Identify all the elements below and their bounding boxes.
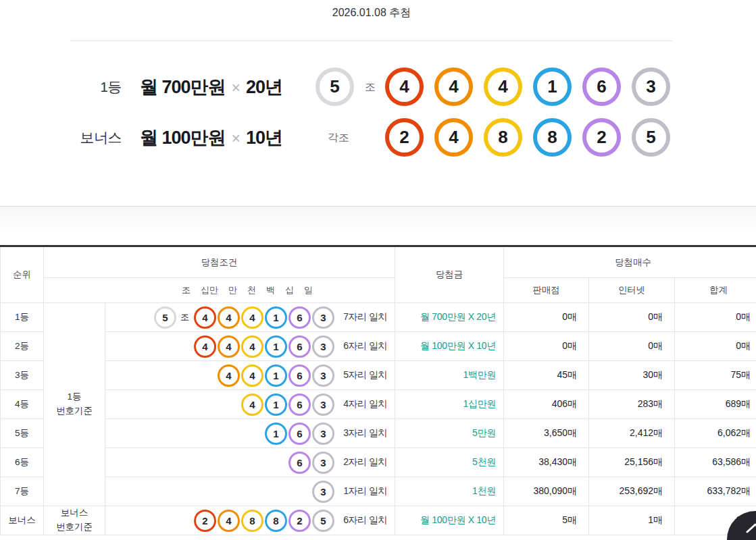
total-count-cell: 0매 [675,332,756,361]
number-ball: 8 [265,510,287,532]
number-ball: 6 [288,335,311,358]
store-count-cell: 5매 [504,506,589,535]
draw-date: 2026.01.08 추첨 [332,6,411,20]
match-count-label: 7자리 일치 [341,311,387,323]
number-ball: 4 [218,306,240,329]
number-ball: 5 [312,510,334,532]
number-ball: 4 [218,364,240,387]
multiply-symbol: × [232,79,240,97]
number-ball: 6 [288,394,311,416]
basis-line: 번호기준 [44,404,105,418]
match-count-label: 2자리 일치 [341,456,387,468]
table-row: 2등4441636자리 일치월 100만원 X 10년0매0매0매 [1,332,756,361]
results-table: 순위 당첨조건 당첨금 당첨매수 조 십만 만 천 백 십 일 [0,245,756,535]
rank-cell: 3등 [1,361,44,390]
total-count-cell: 633,782매 [675,477,756,506]
number-ball: 4 [194,306,216,329]
first-prize-summary: 1등 월 700만원×20년 5 조 444163 [0,68,756,106]
balls-cell: 5조4441637자리 일치 [105,303,395,332]
store-count-cell: 406매 [504,390,589,419]
number-ball: 2 [582,118,621,157]
total-count-cell: 6,062매 [675,419,756,448]
bonus-prize-summary: 보너스 월 100만원×10년 각조 248825 [0,118,756,157]
winning-number-line: 5조4441637자리 일치 [105,306,395,329]
digit-label-10k: 만 [228,284,237,296]
each-group-label: 각조 [328,130,349,144]
digit-label-group: 조 [182,284,191,296]
internet-count-cell: 1매 [589,506,675,535]
digit-label-100k: 십만 [201,284,218,296]
prize-cell: 월 700만원 X 20년 [395,303,504,332]
first-prize-amount: 월 700만원×20년 [140,75,282,99]
number-ball: 3 [312,423,334,445]
prize-years-text: 10년 [246,128,282,148]
number-ball: 1 [265,394,287,416]
number-ball: 6 [288,452,311,474]
balls-cell: 632자리 일치 [105,448,395,477]
digit-label-10: 십 [285,284,294,296]
number-ball: 4 [218,510,240,532]
prize-cell: 월 100만원 X 10년 [395,506,504,535]
basis-line: 보너스 [44,506,105,520]
balls-cell: 4441636자리 일치 [105,332,395,361]
number-ball: 6 [288,364,311,387]
winning-number-line: 41634자리 일치 [105,394,395,416]
bonus-prize-balls: 248825 [385,118,670,157]
number-ball: 3 [632,68,670,106]
rank-cell: 7등 [1,477,44,506]
prize-cell: 1십만원 [395,390,504,419]
number-ball: 8 [484,118,522,157]
col-header-store: 판매점 [504,278,589,303]
number-ball: 3 [312,306,334,329]
prize-cell: 5천원 [395,448,504,477]
number-ball: 8 [533,118,572,157]
number-ball: 2 [288,510,311,532]
number-ball: 4 [484,68,522,106]
number-ball: 5 [154,306,176,329]
match-count-label: 5자리 일치 [341,369,387,381]
store-count-cell: 3,650매 [504,419,589,448]
prize-amount-text: 월 100만원 [140,128,226,148]
col-header-total: 합계 [675,278,756,303]
bonus-rank-label: 보너스 [34,128,122,147]
number-ball: 3 [312,364,334,387]
balls-cell: 31자리 일치 [105,477,395,506]
number-ball: 4 [241,306,263,329]
rank-cell: 보너스 [1,506,44,535]
number-ball: 4 [385,68,424,106]
table-row: 보너스보너스번호기준2488256자리 일치월 100만원 X 10년5매1매6… [1,506,756,535]
rank-cell: 1등 [1,303,44,332]
store-count-cell: 38,430매 [504,448,589,477]
rank-cell: 2등 [1,332,44,361]
store-count-cell: 0매 [504,332,589,361]
digit-label-1: 일 [304,284,313,296]
internet-count-cell: 0매 [589,332,675,361]
winning-number-line: 2488256자리 일치 [105,510,395,532]
number-ball: 6 [288,306,311,329]
number-ball: 4 [434,68,473,106]
bonus-prize-amount: 월 100만원×10년 [140,126,282,150]
group-number-ball: 5 [316,68,354,106]
number-ball: 1 [265,306,287,329]
balls-cell: 1633자리 일치 [105,419,395,448]
number-ball: 3 [312,452,334,474]
winning-number-line: 4441636자리 일치 [105,335,395,358]
number-ball: 3 [312,335,334,358]
digit-place-header: 조 십만 만 천 백 십 일 [44,278,395,303]
table-row: 7등31자리 일치1천원380,090매253,692매633,782매 [1,477,756,506]
number-ball: 3 [312,394,334,416]
number-ball: 5 [632,118,670,157]
match-count-label: 6자리 일치 [341,514,387,526]
number-ball: 1 [533,68,572,106]
number-ball: 6 [582,68,621,106]
winning-number-line: 1633자리 일치 [105,423,395,445]
prize-cell: 1백만원 [395,361,504,390]
number-ball: 1 [265,364,287,387]
match-count-label: 3자리 일치 [341,427,387,439]
number-ball: 2 [385,118,424,157]
store-count-cell: 0매 [504,303,589,332]
number-ball: 8 [241,510,263,532]
table-row: 6등632자리 일치5천원38,430매25,156매63,586매 [1,448,756,477]
prize-amount-text: 월 700만원 [140,77,226,97]
prize-cell: 월 100만원 X 10년 [395,332,504,361]
